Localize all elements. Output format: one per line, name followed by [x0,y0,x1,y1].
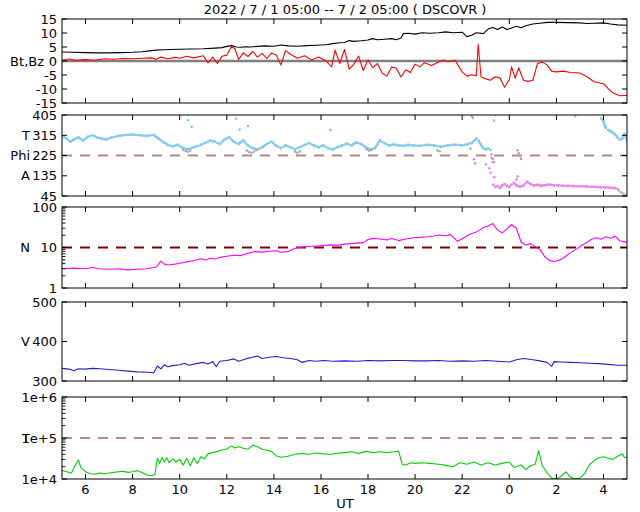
panel-frame [62,115,627,196]
x-tick-label: 22 [454,482,471,497]
y-tick-label: 400 [32,334,57,349]
x-tick-label: 14 [266,482,283,497]
series-N [62,224,627,270]
panel-phi: 45135225315405TPhiA [10,108,628,204]
x-tick-label: 10 [171,482,188,497]
x-tick-label: 16 [313,482,330,497]
series-T [62,445,627,479]
y-tick-label: 1 [49,281,57,296]
y-tick-label: 405 [32,108,57,123]
panel-label-n: N [20,240,30,255]
y-tick-label: 15 [40,12,57,27]
x-tick-label: 2 [552,482,560,497]
x-tick-label: 20 [407,482,424,497]
y-tick-label: -5 [44,68,57,83]
y-tick-label: 500 [32,295,57,310]
x-tick-label: 18 [360,482,377,497]
y-tick-label: 135 [32,168,57,183]
panel-label-t: T [21,431,30,446]
dscovr-solar-wind-plot: 2022 / 7 / 1 05:00 -- 7 / 2 05:00 ( DSCO… [0,0,640,512]
panel-velocity: 300400500V [21,295,627,389]
panel-frame [62,207,627,288]
y-tick-label: 10 [40,26,57,41]
series-V [62,356,627,373]
x-tick-label: 4 [599,482,607,497]
x-tick-label: 8 [128,482,136,497]
panel-temperature: 1e+41e+51e+6T [21,390,627,487]
panel-label-phi: Phi [10,148,30,163]
x-tick-label: 0 [505,482,513,497]
plot-canvas: -15-10-5051015Bt,Bz45135225315405TPhiA11… [0,0,640,512]
y-tick-label: -10 [36,82,57,97]
panel-bt-bz: -15-10-5051015Bt,Bz [10,12,627,111]
y-tick-label: 300 [32,374,57,389]
panel-density: 110100N [20,200,627,296]
series-Bz [62,44,627,95]
panel-label-btbz: Bt,Bz [10,54,44,69]
panel-label-t: T [21,128,30,143]
y-tick-label: 225 [32,148,57,163]
y-tick-label: 10 [40,240,57,255]
panel-frame [62,302,627,381]
series-phi-toward [61,113,629,152]
panel-label-a: A [21,168,30,183]
y-tick-label: 1e+4 [22,472,57,487]
x-axis-title: UT [336,496,353,511]
x-tick-label: 6 [81,482,89,497]
x-tick-label: 12 [219,482,236,497]
panel-label-v: V [21,334,30,349]
y-tick-label: 100 [32,200,57,215]
y-tick-label: 5 [49,40,57,55]
y-tick-label: 0 [49,54,57,69]
series-Bt [62,22,627,53]
y-tick-label: 315 [32,128,57,143]
y-tick-label: 1e+6 [22,390,57,405]
